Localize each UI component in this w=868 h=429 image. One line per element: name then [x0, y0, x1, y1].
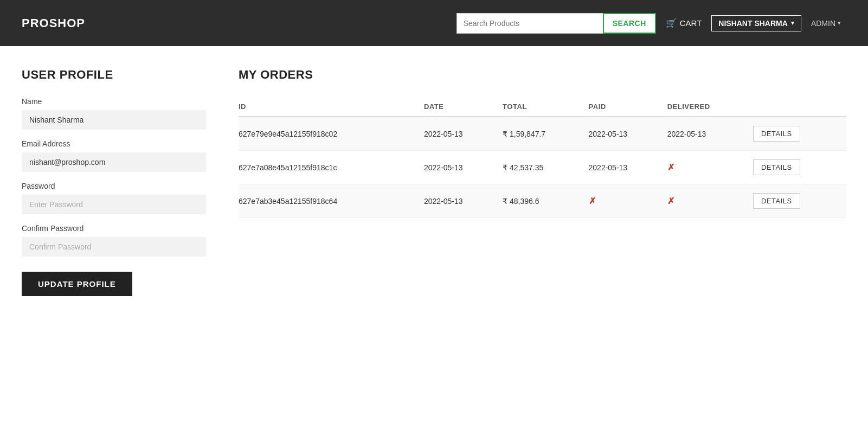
order-delivered: 2022-05-13	[667, 117, 753, 151]
orders-section: MY ORDERS ID DATE TOTAL PAID DELIVERED 6…	[239, 68, 846, 296]
confirm-password-input[interactable]	[22, 237, 206, 257]
col-header-id: ID	[239, 97, 424, 117]
user-dropdown-arrow: ▾	[791, 20, 794, 27]
confirm-password-field-group: Confirm Password	[22, 224, 206, 266]
navbar: PROSHOP SEARCH 🛒 CART NISHANT SHARMA ▾ A…	[0, 0, 868, 46]
col-header-date: DATE	[424, 97, 503, 117]
orders-table: ID DATE TOTAL PAID DELIVERED 627e79e9e45…	[239, 97, 846, 218]
order-action: DETAILS	[753, 184, 846, 218]
orders-title: MY ORDERS	[239, 68, 846, 82]
order-id: 627e7a08e45a12155f918c1c	[239, 151, 424, 184]
orders-table-head: ID DATE TOTAL PAID DELIVERED	[239, 97, 846, 117]
paid-x-icon: ✗	[589, 196, 596, 206]
admin-dropdown-arrow: ▾	[838, 20, 841, 27]
details-button[interactable]: DETAILS	[753, 159, 800, 175]
cart-label: CART	[680, 18, 702, 28]
order-date: 2022-05-13	[424, 184, 503, 218]
email-field-group: Email Address	[22, 139, 206, 182]
order-date: 2022-05-13	[424, 151, 503, 184]
order-paid: 2022-05-13	[589, 151, 667, 184]
delivered-x-icon: ✗	[667, 196, 674, 206]
main-content: USER PROFILE Name Email Address Password…	[0, 46, 868, 318]
user-name-label: NISHANT SHARMA	[718, 19, 788, 28]
order-total: ₹ 42,537.35	[503, 151, 588, 184]
table-row: 627e7a08e45a12155f918c1c 2022-05-13 ₹ 42…	[239, 151, 846, 184]
order-paid: ✗	[589, 184, 667, 218]
table-row: 627e79e9e45a12155f918c02 2022-05-13 ₹ 1,…	[239, 117, 846, 151]
brand-logo: PROSHOP	[22, 16, 85, 30]
order-id: 627e79e9e45a12155f918c02	[239, 117, 424, 151]
profile-section: USER PROFILE Name Email Address Password…	[22, 68, 206, 296]
cart-button[interactable]: 🛒 CART	[660, 18, 708, 28]
profile-title: USER PROFILE	[22, 68, 206, 82]
password-field-group: Password	[22, 182, 206, 224]
col-header-delivered: DELIVERED	[667, 97, 753, 117]
order-paid: 2022-05-13	[589, 117, 667, 151]
details-button[interactable]: DETAILS	[753, 193, 800, 209]
order-date: 2022-05-13	[424, 117, 503, 151]
user-menu-button[interactable]: NISHANT SHARMA ▾	[711, 15, 801, 31]
search-wrapper: SEARCH	[456, 13, 656, 34]
col-header-total: TOTAL	[503, 97, 588, 117]
password-input[interactable]	[22, 195, 206, 214]
email-label: Email Address	[22, 139, 206, 148]
name-field-group: Name	[22, 97, 206, 139]
order-delivered: ✗	[667, 151, 753, 184]
admin-label: ADMIN	[811, 19, 835, 28]
order-total: ₹ 1,59,847.7	[503, 117, 588, 151]
confirm-password-label: Confirm Password	[22, 224, 206, 233]
update-profile-button[interactable]: UPDATE PROFILE	[22, 272, 132, 296]
details-button[interactable]: DETAILS	[753, 126, 800, 142]
password-label: Password	[22, 182, 206, 190]
search-button[interactable]: SEARCH	[603, 13, 656, 34]
order-action: DETAILS	[753, 151, 846, 184]
email-input[interactable]	[22, 152, 206, 172]
orders-table-body: 627e79e9e45a12155f918c02 2022-05-13 ₹ 1,…	[239, 117, 846, 218]
cart-icon: 🛒	[666, 18, 677, 28]
navbar-right: SEARCH 🛒 CART NISHANT SHARMA ▾ ADMIN ▾	[456, 13, 846, 34]
col-header-paid: PAID	[589, 97, 667, 117]
order-id: 627e7ab3e45a12155f918c64	[239, 184, 424, 218]
name-label: Name	[22, 97, 206, 106]
col-header-action	[753, 97, 846, 117]
name-input[interactable]	[22, 110, 206, 130]
admin-menu-button[interactable]: ADMIN ▾	[806, 16, 846, 31]
search-input[interactable]	[456, 13, 603, 34]
table-row: 627e7ab3e45a12155f918c64 2022-05-13 ₹ 48…	[239, 184, 846, 218]
order-delivered: ✗	[667, 184, 753, 218]
order-action: DETAILS	[753, 117, 846, 151]
delivered-x-icon: ✗	[667, 163, 674, 172]
order-total: ₹ 48,396.6	[503, 184, 588, 218]
